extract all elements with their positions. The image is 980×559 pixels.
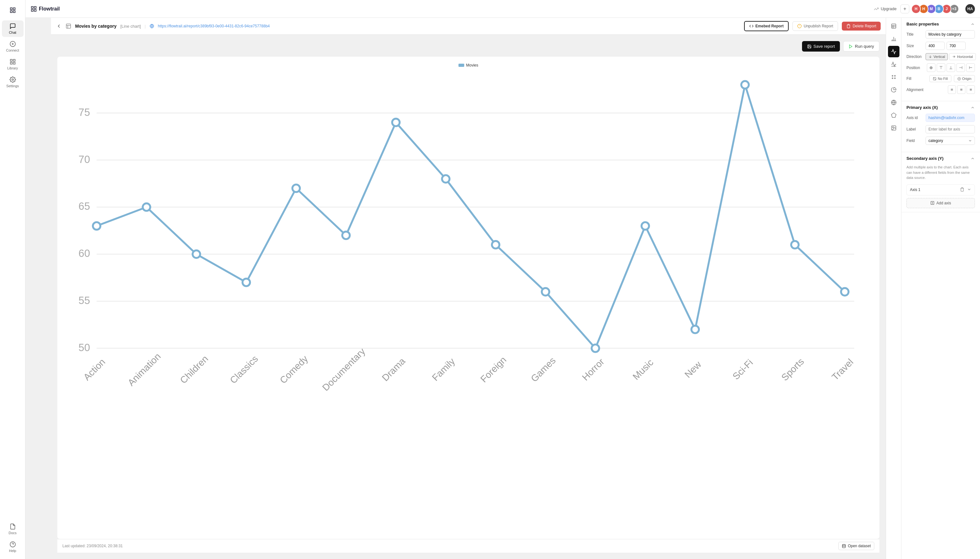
pos-bottom-button[interactable]: ⊥: [947, 63, 955, 72]
svg-rect-68: [891, 24, 896, 28]
axis-field-row: Field category: [906, 137, 975, 145]
delete-axis-icon[interactable]: [960, 187, 964, 193]
save-report-button[interactable]: Save report: [802, 41, 840, 51]
svg-text:60: 60: [79, 248, 90, 259]
title-input[interactable]: [925, 30, 975, 38]
scatter-chart-button[interactable]: [888, 71, 899, 83]
svg-rect-1: [13, 8, 15, 10]
pos-right-button[interactable]: ⊢: [966, 63, 975, 72]
upgrade-button[interactable]: Upgrade: [874, 7, 897, 12]
delete-report-button[interactable]: Delete Report: [842, 22, 881, 31]
add-axis-button[interactable]: Add axis: [906, 198, 975, 208]
svg-text:50: 50: [79, 342, 90, 353]
svg-point-56: [342, 232, 350, 239]
fill-group: No Fill Origin: [929, 75, 975, 82]
globe-chart-button[interactable]: [888, 97, 899, 108]
fill-no-fill-button[interactable]: No Fill: [929, 75, 951, 82]
unpublish-report-button[interactable]: Unpublish Report: [792, 22, 838, 31]
sidebar-item-settings[interactable]: Settings: [2, 74, 23, 90]
svg-point-79: [892, 78, 893, 79]
align-left-button[interactable]: ≡: [948, 85, 956, 94]
field-select[interactable]: category: [925, 137, 975, 145]
svg-rect-2: [10, 11, 12, 13]
open-dataset-button[interactable]: Open dataset: [838, 542, 874, 550]
size-label: Size: [906, 44, 925, 48]
avatar-group: H H M B J +3: [913, 4, 959, 14]
sidebar-item-library[interactable]: Library: [2, 56, 23, 73]
direction-vertical-button[interactable]: Vertical: [925, 53, 948, 60]
plus-button[interactable]: +: [901, 5, 909, 13]
svg-point-52: [143, 203, 150, 211]
run-query-button[interactable]: Run query: [843, 41, 879, 51]
fill-origin-button[interactable]: Origin: [954, 75, 975, 82]
size-width-input[interactable]: [925, 42, 945, 50]
position-label: Position: [906, 66, 925, 70]
chart-legend: Movies: [64, 63, 873, 68]
svg-point-60: [542, 288, 550, 296]
expand-axis-icon[interactable]: [967, 187, 972, 193]
report-url[interactable]: https://flowtrail.ai/report/c389bf93-0e0…: [158, 24, 270, 28]
pie-chart-button[interactable]: [888, 84, 899, 96]
svg-point-53: [193, 251, 200, 258]
svg-text:Action: Action: [81, 357, 107, 382]
sidebar-item-chat[interactable]: Chat: [2, 20, 23, 37]
align-right-button[interactable]: ≡: [967, 85, 975, 94]
chart-footer: Last updated: 23/09/2024, 20:38:31 Open …: [57, 539, 879, 552]
pos-left-button[interactable]: ⊣: [957, 63, 965, 72]
x-axis: Action Animation Children Classics Comed…: [81, 346, 855, 390]
sidebar-item-help-label: Help: [9, 549, 16, 552]
axis-1-row: Axis 1: [906, 184, 975, 195]
sidebar-item-connect[interactable]: Connect: [2, 38, 23, 55]
basic-properties-header[interactable]: Basic properties: [906, 22, 975, 26]
svg-rect-15: [35, 9, 36, 11]
pentagon-chart-button[interactable]: [888, 109, 899, 121]
svg-text:Music: Music: [630, 357, 655, 382]
axis-label-input[interactable]: [925, 125, 975, 133]
svg-text:Travel: Travel: [830, 357, 856, 382]
svg-text:Horror: Horror: [580, 356, 606, 383]
sidebar-item-help[interactable]: Help: [2, 539, 23, 555]
svg-rect-6: [13, 60, 15, 61]
primary-axis-header[interactable]: Primary axis (X): [906, 105, 975, 110]
topbar-logo: Flowtrail: [31, 6, 60, 12]
bar-chart-button[interactable]: [888, 33, 899, 45]
user-avatar[interactable]: HA: [965, 4, 975, 14]
svg-line-89: [934, 77, 936, 80]
svg-point-58: [442, 175, 450, 183]
direction-row: Direction Vertical Horizontal: [906, 53, 975, 60]
svg-point-77: [892, 76, 893, 76]
table-view-button[interactable]: [888, 20, 899, 32]
svg-text:New: New: [682, 359, 703, 380]
back-button[interactable]: [56, 23, 62, 29]
alignment-row: Alignment ≡ ≡ ≡: [906, 85, 975, 94]
sidebar-item-docs[interactable]: Docs: [2, 521, 23, 538]
chart-container: Movies 50 55 60 65 70 75: [57, 57, 879, 539]
pos-center-button[interactable]: ⊕: [927, 63, 935, 72]
axis-id-row: Axis id: [906, 114, 975, 122]
area-chart-button[interactable]: [888, 59, 899, 70]
axis-field-label: Field: [906, 139, 925, 143]
svg-point-63: [692, 326, 699, 333]
embed-report-button[interactable]: Emebed Report: [744, 21, 789, 31]
svg-rect-8: [13, 63, 15, 64]
image-button[interactable]: [888, 122, 899, 134]
axis-1-label: Axis 1: [910, 187, 921, 192]
pos-top-button[interactable]: ⊤: [937, 63, 945, 72]
axis-id-input[interactable]: [925, 114, 975, 122]
avatar-1[interactable]: H: [911, 4, 921, 14]
axis-label-row: Label: [906, 125, 975, 133]
line-chart-button[interactable]: [888, 46, 899, 57]
align-center-button[interactable]: ≡: [957, 85, 965, 94]
size-height-input[interactable]: [947, 42, 966, 50]
size-row: Size: [906, 42, 975, 50]
secondary-axis-header[interactable]: Secondary axis (Y): [906, 156, 975, 161]
svg-rect-12: [31, 7, 33, 8]
svg-text:Sci-Fi: Sci-Fi: [730, 357, 755, 382]
sidebar: Chat Connect Library Settings Docs Help: [0, 0, 25, 559]
title-row: Title: [906, 30, 975, 38]
sidebar-item-settings-label: Settings: [7, 84, 19, 88]
side-icon-panel: [886, 18, 901, 559]
direction-horizontal-button[interactable]: Horizontal: [949, 53, 976, 60]
svg-marker-22: [849, 45, 852, 48]
legend-label: Movies: [466, 63, 478, 68]
